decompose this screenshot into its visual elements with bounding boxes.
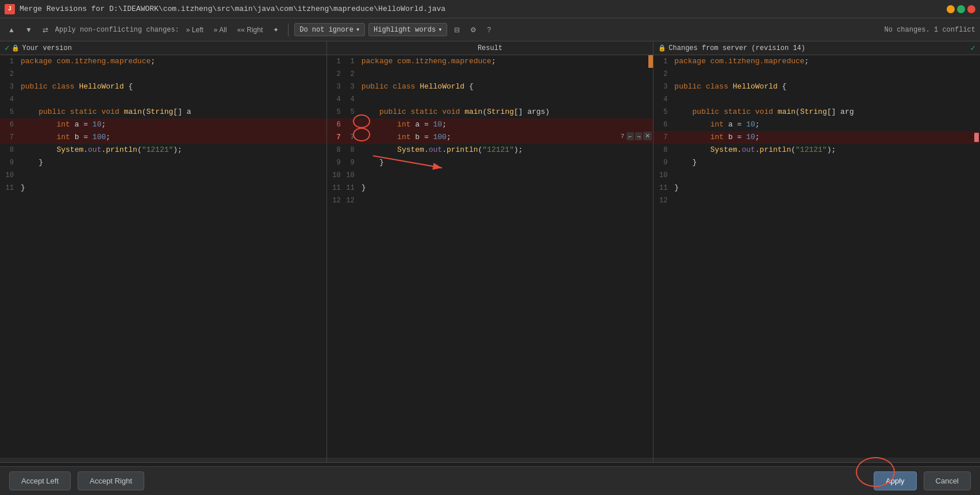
table-row: 7 int b = 10; [654,131,980,144]
middle-scrollbar[interactable] [327,458,654,462]
table-row: 1 package com.itzheng.mapreduce; [654,55,980,68]
table-row: 10 [654,169,980,182]
down-arrow-button[interactable]: ▼ [22,24,36,36]
table-row: 3 public class HelloWorld { [654,80,980,93]
accept-right-inline-button[interactable]: ¬ [635,132,642,140]
table-row: 5 5 public static void main(String[] arg… [327,106,654,118]
highlight-words-dropdown[interactable]: Highlight words ▾ [368,23,447,36]
check-icon: ✓ [5,43,9,53]
table-row: 12 [654,194,980,207]
left-scrollbar[interactable] [0,458,326,462]
table-row: 4 [654,93,980,106]
table-row [0,194,326,207]
up-arrow-button[interactable]: ▲ [5,24,18,36]
merge-icon-button[interactable]: ⇄ [39,24,52,36]
maximize-button[interactable] [957,5,965,13]
cancel-button[interactable]: Cancel [924,471,971,490]
help-button[interactable]: ? [483,24,494,36]
settings-button[interactable]: ⚙ [467,24,480,36]
table-row: 4 4 [327,93,654,106]
separator-1 [288,24,289,36]
right-scrollbar[interactable] [654,458,980,462]
all-button[interactable]: » All [210,24,230,36]
table-row: 11 } [654,182,980,194]
left-code-lines: 1 package com.itzheng.mapreduce; 2 3 pub… [0,55,326,207]
middle-panel: Result 1 1 package com.itzheng.mapreduce… [327,41,654,462]
app-icon: J [5,4,15,14]
toolbar: ▲ ▼ ⇄ Apply non-conflicting changes: » L… [0,18,980,41]
left-panel-header: ✓ 🔒 Your version [0,41,326,55]
title-text: Merge Revisions for D:\IDEAWORK\com.itzh… [20,5,947,13]
table-row: 6 int a = 10; [654,118,980,131]
table-row: 10 [0,169,326,182]
table-row: 3 public class HelloWorld { [0,80,326,93]
apply-non-conflicting-label: Apply non-conflicting changes: [55,26,179,34]
right-merge-controls [974,133,979,142]
table-row: 8 System.out.println("12121"); [654,144,980,156]
table-row: 5 public static void main(String[] arg [654,106,980,118]
table-row: 6 int a = 10; [0,118,326,131]
lock-icon-right: 🔒 [658,44,666,52]
middle-code-area[interactable]: 1 1 package com.itzheng.mapreduce; 2 2 3… [327,55,654,458]
panels-container: ✓ 🔒 Your version 1 package com.itzheng.m… [0,41,980,463]
table-row: 9 } [654,156,980,169]
table-row: 11 } [0,182,326,194]
table-row: 6 int a = 10; [327,118,654,131]
close-button[interactable] [967,5,975,13]
right-panel-header: 🔒 Changes from server (revision 14) ✓ [654,41,980,55]
left-panel-label: Your version [22,44,71,52]
lock-icon-left: 🔒 [11,44,20,52]
right-panel-label: Changes from server (revision 14) [668,44,805,52]
table-row: 2 [654,68,980,80]
table-row: 1 1 package com.itzheng.mapreduce; [327,55,654,68]
table-row: 7 int b = 100; [0,131,326,144]
table-row: 12 12 [327,194,654,207]
table-row: 1 package com.itzheng.mapreduce; [0,55,326,68]
status-text: No changes. 1 conflict [885,26,975,34]
table-row: 8 8 System.out.println("12121"); [327,144,654,156]
accept-left-inline-button[interactable]: ⌐ [627,132,633,140]
accept-left-button[interactable]: Accept Left [9,471,71,490]
table-row: 3 3 public class HelloWorld { [327,80,654,93]
left-code-area[interactable]: 1 package com.itzheng.mapreduce; 2 3 pub… [0,55,326,458]
table-row: 2 [0,68,326,80]
table-row: 4 [0,93,326,106]
title-bar: J Merge Revisions for D:\IDEAWORK\com.it… [0,0,980,18]
left-panel: ✓ 🔒 Your version 1 package com.itzheng.m… [0,41,327,462]
magic-button[interactable]: ✦ [270,24,282,36]
conflict-line-number: 7 [621,133,625,140]
right-button[interactable]: «« Right [234,24,267,36]
right-code-area[interactable]: 1 package com.itzheng.mapreduce; 2 3 pub… [654,55,980,458]
middle-code-lines: 1 1 package com.itzheng.mapreduce; 2 2 3… [327,55,654,207]
table-row: 7 7 int b = 100; 7 ⌐ ¬ ✕ [327,131,654,144]
table-row: 11 11 } [327,182,654,194]
left-button[interactable]: » Left [183,24,207,36]
apply-button[interactable]: Apply [874,471,917,490]
reject-inline-button[interactable]: ✕ [643,132,652,140]
window-controls [947,5,975,13]
columns-button[interactable]: ⊟ [451,24,463,36]
accept-right-button[interactable]: Accept Right [78,471,144,490]
table-row: 8 System.out.println("12121"); [0,144,326,156]
middle-panel-header: Result [327,41,654,55]
table-row: 9 9 } [327,156,654,169]
table-row: 2 2 [327,68,654,80]
right-code-lines: 1 package com.itzheng.mapreduce; 2 3 pub… [654,55,980,207]
minimize-button[interactable] [947,5,955,13]
do-not-ignore-dropdown[interactable]: Do not ignore ▾ [294,23,365,36]
middle-panel-label: Result [332,44,649,52]
table-row: 5 public static void main(String[] a [0,106,326,118]
bottom-bar: Accept Left Accept Right Apply Cancel [0,466,980,495]
right-panel: 🔒 Changes from server (revision 14) ✓ 1 … [654,41,980,462]
table-row: 9 } [0,156,326,169]
right-check-icon: ✓ [971,43,975,53]
table-row: 10 10 [327,169,654,182]
